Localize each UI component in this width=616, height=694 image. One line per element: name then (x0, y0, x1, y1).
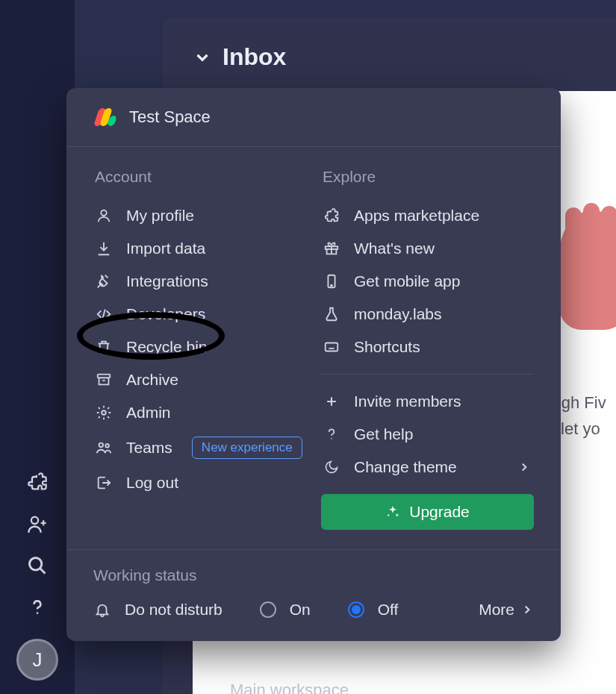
teams-icon (95, 439, 113, 457)
menu-item-label: Get mobile app (354, 272, 460, 290)
menu-item-get-mobile-app[interactable]: Get mobile app (321, 265, 534, 298)
new-experience-badge: New experience (192, 437, 302, 459)
workspace-label: Main workspace (230, 681, 349, 694)
menu-item-label: Apps marketplace (354, 207, 479, 225)
menu-item-label: Archive (126, 371, 178, 389)
dnd-on-radio[interactable] (260, 601, 276, 618)
svg-point-0 (31, 517, 38, 524)
working-status-section: Working status Do not disturb On Off Mor… (66, 549, 561, 641)
avatar-initial: J (33, 648, 43, 672)
account-menu-popup: Test Space Account My profile Import dat… (66, 88, 561, 641)
menu-item-get-help[interactable]: Get help (321, 418, 534, 451)
search-icon[interactable] (27, 555, 48, 576)
sparkle-icon (385, 504, 400, 519)
menu-item-teams[interactable]: Teams New experience (93, 429, 306, 466)
upgrade-button[interactable]: Upgrade (321, 494, 534, 530)
menu-item-recycle-bin[interactable]: Recycle bin (93, 331, 306, 363)
svg-point-7 (105, 444, 109, 448)
menu-item-invite-members[interactable]: Invite members (321, 385, 534, 418)
svg-point-10 (331, 285, 332, 287)
trash-icon (95, 338, 113, 356)
menu-item-label: Change theme (354, 458, 457, 476)
dnd-on-label: On (290, 601, 311, 619)
space-name: Test Space (129, 107, 211, 127)
menu-item-integrations[interactable]: Integrations (93, 265, 306, 298)
svg-rect-4 (98, 375, 111, 378)
upgrade-label: Upgrade (409, 503, 470, 521)
download-icon (95, 240, 113, 257)
menu-item-change-theme[interactable]: Change theme (321, 451, 534, 484)
question-icon (323, 425, 340, 443)
svg-point-6 (99, 443, 104, 448)
monday-logo (96, 108, 116, 126)
chevron-right-icon (517, 460, 531, 474)
inbox-title: Inbox (223, 43, 286, 71)
menu-item-developers[interactable]: Developers (93, 298, 306, 331)
svg-point-5 (102, 410, 106, 415)
invite-icon[interactable] (27, 513, 48, 534)
menu-item-label: monday.labs (354, 305, 442, 323)
menu-item-apps-marketplace[interactable]: Apps marketplace (321, 199, 534, 232)
working-status-label: Working status (93, 566, 534, 584)
dnd-label: Do not disturb (125, 601, 223, 619)
explore-column: Explore Apps marketplace What's new Get … (321, 168, 534, 530)
svg-rect-11 (326, 343, 338, 351)
menu-item-label: Invite members (354, 393, 461, 410)
menu-item-label: My profile (126, 207, 194, 225)
code-icon (95, 305, 113, 323)
hand-illustration (552, 210, 616, 345)
flask-icon (323, 305, 340, 323)
account-section-label: Account (93, 168, 306, 186)
menu-item-shortcuts[interactable]: Shortcuts (321, 331, 534, 363)
menu-item-log-out[interactable]: Log out (93, 466, 306, 499)
menu-item-import-data[interactable]: Import data (93, 232, 306, 265)
chevron-right-icon (520, 603, 534, 616)
dnd-off-label: Off (378, 601, 399, 619)
menu-item-label: Developers (126, 305, 205, 323)
gear-icon (95, 404, 113, 422)
moon-icon (323, 458, 340, 476)
svg-point-1 (30, 558, 42, 570)
more-label: More (479, 601, 514, 619)
divider (321, 374, 534, 375)
working-status-more[interactable]: More (479, 601, 534, 619)
inbox-header[interactable]: Inbox (163, 18, 616, 71)
menu-item-monday-labs[interactable]: monday.labs (321, 298, 534, 331)
archive-icon (95, 371, 113, 389)
svg-point-12 (331, 438, 332, 440)
logout-icon (95, 474, 113, 492)
menu-item-label: Admin (126, 404, 171, 422)
menu-item-my-profile[interactable]: My profile (93, 199, 306, 232)
menu-item-label: Integrations (126, 272, 208, 290)
left-rail: J (0, 0, 75, 694)
person-icon (95, 207, 113, 225)
menu-item-label: Get help (354, 425, 413, 443)
bell-icon (93, 601, 111, 619)
puzzle-icon[interactable] (27, 472, 48, 493)
menu-item-admin[interactable]: Admin (93, 396, 306, 429)
menu-item-label: Import data (126, 240, 205, 257)
menu-item-archive[interactable]: Archive (93, 363, 306, 396)
chevron-down-icon (193, 48, 212, 67)
popup-header: Test Space (66, 88, 561, 147)
puzzle-icon (323, 207, 340, 225)
menu-item-whats-new[interactable]: What's new (321, 232, 534, 265)
account-column: Account My profile Import data Integrati… (93, 168, 306, 530)
plus-icon (323, 393, 340, 410)
svg-point-3 (101, 210, 106, 216)
plug-icon (95, 272, 113, 290)
menu-item-label: Shortcuts (354, 338, 420, 356)
menu-item-label: Log out (126, 474, 178, 492)
menu-item-label: Recycle bin (126, 338, 208, 356)
mobile-icon (323, 272, 340, 290)
dnd-off-radio[interactable] (348, 601, 364, 618)
gift-icon (323, 240, 340, 257)
avatar[interactable]: J (16, 639, 58, 681)
keyboard-icon (323, 338, 340, 356)
svg-point-2 (37, 612, 39, 614)
menu-item-label: Teams (126, 439, 172, 457)
explore-section-label: Explore (321, 168, 534, 186)
menu-item-label: What's new (354, 240, 435, 257)
help-icon[interactable] (27, 597, 48, 618)
